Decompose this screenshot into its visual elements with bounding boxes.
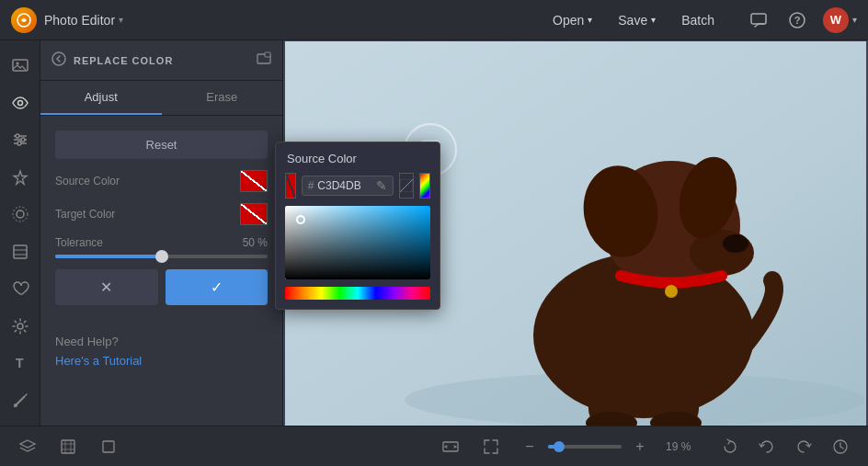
rotate-icon[interactable] [717, 434, 743, 460]
svg-rect-15 [14, 245, 27, 258]
target-color-swatch[interactable] [240, 203, 268, 225]
svg-rect-1 [751, 14, 766, 24]
zoom-in-button[interactable]: + [629, 436, 651, 458]
bottombar: − + 19 % [0, 426, 868, 466]
save-button[interactable]: Save ▾ [605, 7, 668, 33]
redo-icon[interactable] [791, 434, 817, 460]
user-avatar: W [823, 7, 849, 33]
avatar-chevron: ▾ [852, 15, 857, 25]
app-name[interactable]: Photo Editor ▾ [44, 13, 123, 28]
svg-point-10 [16, 134, 19, 138]
target-color-label: Target Color [55, 208, 231, 221]
popup-source-swatch[interactable] [285, 173, 296, 199]
main-area: T REPLACE COLOR Adjust Erase Reset Sourc… [0, 40, 868, 426]
frame-icon[interactable] [55, 434, 81, 460]
bottom-right-icons [717, 434, 853, 460]
zoom-slider[interactable] [548, 445, 622, 449]
eyedropper-icon[interactable]: ✎ [376, 178, 387, 193]
svg-rect-45 [62, 440, 74, 453]
confirm-button[interactable]: ✓ [166, 269, 268, 305]
svg-point-13 [17, 210, 24, 218]
tool-tabs: Adjust Erase [40, 81, 282, 116]
cancel-button[interactable]: ✕ [55, 269, 158, 305]
popup-controls-row: # ✎ [276, 173, 440, 206]
heart-icon[interactable] [4, 273, 37, 305]
action-buttons: ✕ ✓ [55, 269, 268, 305]
tolerance-label: Tolerance [55, 236, 103, 249]
tolerance-header: Tolerance 50 % [55, 236, 268, 249]
svg-point-33 [723, 234, 748, 253]
app-logo [11, 7, 37, 33]
topbar: Photo Editor ▾ Open ▾ Save ▾ Batch ? W ▾ [0, 0, 868, 40]
star-icon[interactable] [4, 162, 37, 194]
text-icon[interactable]: T [4, 347, 37, 380]
history-icon[interactable] [828, 434, 853, 460]
help-link[interactable]: Here's a Tutorial [55, 354, 142, 368]
svg-text:?: ? [794, 15, 801, 26]
help-section: Need Help? Here's a Tutorial [40, 320, 282, 383]
svg-point-12 [17, 142, 21, 145]
brush-icon[interactable] [4, 385, 37, 417]
grayscale-icon-btn[interactable] [399, 173, 414, 199]
adjustments-icon[interactable] [4, 124, 37, 156]
svg-text:T: T [16, 356, 24, 370]
app-menu-chevron: ▾ [119, 15, 123, 25]
panel-title: REPLACE COLOR [74, 55, 249, 66]
tolerance-value: 50 % [243, 236, 268, 249]
layers-icon[interactable] [4, 236, 37, 268]
slider-thumb[interactable] [155, 250, 168, 263]
image-icon[interactable] [4, 50, 37, 82]
gradient-handle[interactable] [296, 215, 305, 224]
back-button[interactable] [51, 51, 66, 70]
tolerance-slider[interactable] [55, 255, 268, 258]
slider-fill [55, 255, 162, 258]
hue-slider[interactable] [285, 287, 430, 300]
hex-input[interactable] [317, 179, 372, 192]
zoom-out-button[interactable]: − [519, 436, 541, 458]
batch-button[interactable]: Batch [668, 7, 727, 33]
svg-line-27 [400, 179, 413, 192]
crop-icon[interactable] [96, 434, 121, 460]
eye-icon[interactable] [4, 87, 37, 119]
rainbow-icon-btn[interactable] [419, 173, 430, 199]
source-color-row: Source Color [55, 170, 268, 192]
resize-icon[interactable] [438, 434, 463, 460]
fullscreen-icon[interactable] [478, 434, 504, 460]
tolerance-row: Tolerance 50 % [55, 236, 268, 258]
svg-rect-25 [265, 52, 270, 57]
zoom-thumb[interactable] [554, 441, 565, 452]
effects-icon[interactable] [4, 199, 37, 231]
zoom-controls: − + [519, 436, 651, 458]
topbar-icons: ? W ▾ [746, 7, 857, 33]
svg-point-23 [52, 52, 65, 65]
help-icon[interactable]: ? [784, 7, 810, 33]
tab-erase[interactable]: Erase [162, 81, 283, 115]
zoom-percent: 19 % [666, 440, 702, 453]
chat-icon[interactable] [746, 7, 771, 33]
popup-title: Source Color [276, 142, 440, 173]
svg-point-22 [14, 403, 17, 407]
svg-point-14 [13, 207, 28, 222]
settings-icon[interactable] [4, 311, 37, 343]
popup-hex-input-wrap: # ✎ [302, 176, 394, 196]
user-avatar-wrap[interactable]: W ▾ [823, 7, 857, 33]
svg-point-18 [17, 324, 23, 329]
tab-adjust[interactable]: Adjust [40, 81, 162, 115]
undo-icon[interactable] [754, 434, 780, 460]
color-picker-popup: Source Color # ✎ [275, 142, 440, 310]
svg-point-5 [16, 63, 18, 65]
source-color-swatch[interactable] [240, 170, 268, 192]
tool-header: REPLACE COLOR [40, 40, 282, 81]
svg-point-6 [17, 100, 22, 105]
layers-bottom-icon[interactable] [15, 434, 40, 460]
source-color-label: Source Color [55, 175, 231, 188]
svg-line-21 [24, 394, 27, 397]
open-button[interactable]: Open ▾ [540, 7, 605, 33]
help-title: Need Help? [55, 335, 268, 348]
panel-options-icon[interactable] [257, 51, 271, 70]
left-toolbar: T [0, 40, 40, 426]
reset-button[interactable]: Reset [55, 131, 268, 159]
target-color-row: Target Color [55, 203, 268, 225]
tool-content: Reset Source Color Target Color Toleranc… [40, 116, 282, 320]
color-gradient-picker[interactable] [285, 206, 430, 279]
